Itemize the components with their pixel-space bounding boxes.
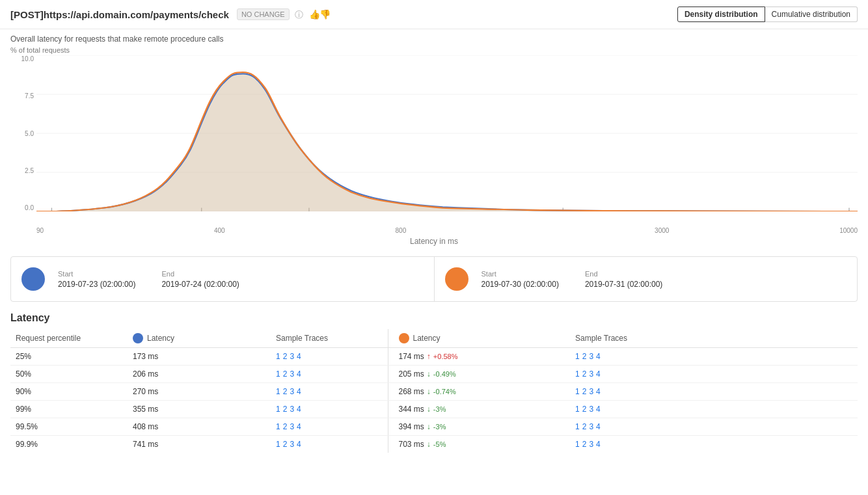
legend-start-right: Start 2019-07-30 (02:00:00) [481, 270, 559, 289]
latency-blue-cell: 173 ms [128, 348, 271, 366]
latency-blue-cell: 206 ms [128, 366, 271, 383]
trace-link-blue[interactable]: 1 [276, 387, 280, 396]
trace-link-orange[interactable]: 1 [575, 422, 580, 431]
trace-link-orange[interactable]: 2 [582, 387, 587, 396]
percentile-cell: 99.5% [10, 418, 128, 436]
trace-link-blue[interactable]: 4 [297, 422, 301, 431]
trace-link-orange[interactable]: 1 [575, 405, 580, 414]
density-distribution-button[interactable]: Density distribution [677, 7, 765, 22]
table-row: 99% 355 ms 1234 344 ms ↓ -3% 1234 [10, 401, 858, 418]
trace-link-blue[interactable]: 2 [283, 352, 288, 361]
trace-link-orange[interactable]: 3 [589, 422, 593, 431]
trace-link-blue[interactable]: 2 [283, 440, 288, 449]
density-chart-svg [36, 55, 858, 211]
latency-orange-cell: 268 ms ↓ -0.74% [388, 383, 570, 401]
x-axis-title: Latency in ms [0, 234, 868, 251]
legend-start-value-left: 2019-07-23 (02:00:00) [58, 280, 135, 289]
trace-link-blue[interactable]: 1 [276, 440, 280, 449]
traces-orange-cell: 1234 [570, 366, 858, 383]
info-icon: ⓘ [295, 9, 305, 20]
latency-orange-cell: 205 ms ↓ -0.49% [388, 366, 570, 383]
trace-link-blue[interactable]: 4 [297, 369, 301, 379]
trace-link-orange[interactable]: 3 [589, 405, 593, 414]
trace-link-blue[interactable]: 2 [283, 422, 288, 431]
trace-link-blue[interactable]: 2 [283, 405, 288, 414]
traces-orange-cell: 1234 [570, 436, 858, 453]
legend-info-right: Start 2019-07-30 (02:00:00) End 2019-07-… [481, 270, 663, 289]
legend-end-right: End 2019-07-31 (02:00:00) [585, 270, 662, 289]
legend-end-value-right: 2019-07-31 (02:00:00) [585, 280, 662, 289]
trace-link-blue[interactable]: 1 [276, 422, 280, 431]
trace-link-orange[interactable]: 2 [582, 422, 587, 431]
trace-link-orange[interactable]: 4 [596, 369, 601, 379]
trace-link-orange[interactable]: 1 [575, 352, 580, 361]
traces-blue-cell: 1234 [271, 401, 388, 418]
x-axis-labels: 90 400 800 3000 10000 [0, 224, 868, 234]
table-row: 25% 173 ms 1234 174 ms ↑ +0.58% 1234 [10, 348, 858, 366]
status-badge: NO CHANGE [237, 8, 290, 20]
trace-link-blue[interactable]: 3 [290, 440, 294, 449]
table-row: 99.5% 408 ms 1234 394 ms ↓ -3% 1234 [10, 418, 858, 436]
table-row: 90% 270 ms 1234 268 ms ↓ -0.74% 1234 [10, 383, 858, 401]
trace-link-orange[interactable]: 1 [575, 387, 580, 396]
thumbs-up-icon[interactable]: 👍 [309, 9, 319, 20]
col-header-percentile: Request percentile [10, 329, 128, 348]
trace-link-blue[interactable]: 4 [297, 387, 301, 396]
trace-link-blue[interactable]: 3 [290, 387, 294, 396]
trace-link-blue[interactable]: 2 [283, 387, 288, 396]
legend-end-label-right: End [585, 270, 662, 278]
col-header-traces-orange: Sample Traces [570, 329, 858, 348]
cumulative-distribution-button[interactable]: Cumulative distribution [765, 7, 858, 22]
y-tick: 7.5 [25, 92, 34, 100]
trace-link-orange[interactable]: 3 [589, 369, 593, 379]
trace-link-blue[interactable]: 4 [297, 352, 301, 361]
trace-link-orange[interactable]: 3 [589, 352, 593, 361]
trace-link-orange[interactable]: 3 [589, 387, 593, 396]
col-header-traces-blue: Sample Traces [271, 329, 388, 348]
thumbs-down-icon[interactable]: 👎 [319, 9, 330, 20]
legend-dot-blue [21, 267, 45, 291]
latency-orange-cell: 344 ms ↓ -3% [388, 401, 570, 418]
traces-blue-cell: 1234 [271, 383, 388, 401]
traces-orange-cell: 1234 [570, 348, 858, 366]
trace-link-orange[interactable]: 2 [582, 405, 587, 414]
traces-blue-cell: 1234 [271, 418, 388, 436]
y-tick: 2.5 [25, 167, 34, 174]
legend-left: Start 2019-07-23 (02:00:00) End 2019-07-… [11, 257, 435, 301]
legend-start-label-right: Start [481, 270, 559, 278]
trace-link-orange[interactable]: 2 [582, 352, 587, 361]
trace-link-orange[interactable]: 2 [582, 369, 587, 379]
chart-subtitle: Overall latency for requests that make r… [0, 29, 868, 46]
trace-link-orange[interactable]: 2 [582, 440, 587, 449]
latency-orange-cell: 174 ms ↑ +0.58% [388, 348, 570, 366]
col-header-latency-orange: Latency [388, 329, 570, 348]
trace-link-blue[interactable]: 1 [276, 352, 280, 361]
table-row: 99.9% 741 ms 1234 703 ms ↓ -5% 1234 [10, 436, 858, 453]
trace-link-orange[interactable]: 4 [596, 352, 601, 361]
trace-link-blue[interactable]: 1 [276, 369, 280, 379]
trace-link-orange[interactable]: 1 [575, 440, 580, 449]
legend-start-left: Start 2019-07-23 (02:00:00) [58, 270, 135, 289]
legend-end-value-left: 2019-07-24 (02:00:00) [161, 280, 239, 289]
trace-link-blue[interactable]: 3 [290, 352, 294, 361]
latency-blue-cell: 355 ms [128, 401, 271, 418]
legend-section: Start 2019-07-23 (02:00:00) End 2019-07-… [10, 256, 858, 302]
trace-link-blue[interactable]: 3 [290, 369, 294, 379]
traces-orange-cell: 1234 [570, 401, 858, 418]
trace-link-blue[interactable]: 2 [283, 369, 288, 379]
trace-link-blue[interactable]: 4 [297, 440, 301, 449]
trace-link-blue[interactable]: 1 [276, 405, 280, 414]
trace-link-blue[interactable]: 3 [290, 405, 294, 414]
trace-link-orange[interactable]: 4 [596, 440, 601, 449]
trace-link-blue[interactable]: 4 [297, 405, 301, 414]
trace-link-orange[interactable]: 3 [589, 440, 593, 449]
page-header: [POST]https://api.domain.com/payments/ch… [0, 0, 868, 29]
trace-link-blue[interactable]: 3 [290, 422, 294, 431]
chart-container: 10.0 7.5 5.0 2.5 0.0 [10, 55, 858, 211]
trace-link-orange[interactable]: 4 [596, 387, 601, 396]
trace-link-orange[interactable]: 1 [575, 369, 580, 379]
latency-blue-cell: 270 ms [128, 383, 271, 401]
percentile-cell: 25% [10, 348, 128, 366]
trace-link-orange[interactable]: 4 [596, 405, 601, 414]
trace-link-orange[interactable]: 4 [596, 422, 601, 431]
